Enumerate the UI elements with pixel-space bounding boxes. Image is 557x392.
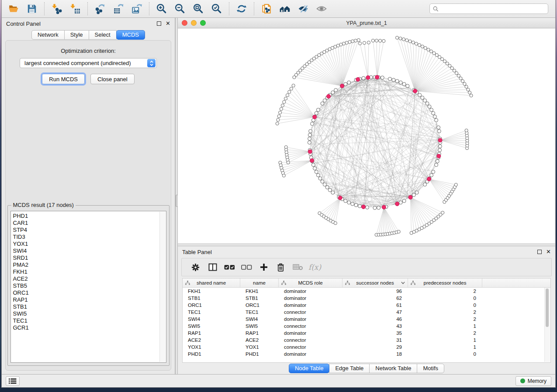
graph-node[interactable]	[435, 118, 438, 122]
graph-hub-node[interactable]	[338, 196, 342, 200]
tab-network[interactable]: Network	[31, 30, 65, 40]
table-cell[interactable]: 1	[408, 344, 482, 350]
table-cell[interactable]: SWI5	[240, 323, 279, 329]
graph-node[interactable]	[432, 111, 435, 115]
graph-node[interactable]	[399, 81, 402, 84]
zoom-fit-button[interactable]	[190, 2, 207, 16]
first-neighbors-button[interactable]	[277, 2, 293, 16]
graph-hub-node[interactable]	[366, 76, 370, 79]
column-header-shared-name[interactable]: shared name	[183, 279, 240, 287]
graph-node[interactable]	[311, 122, 314, 126]
graph-node[interactable]	[348, 41, 351, 44]
mcds-result-item[interactable]: PMA2	[13, 261, 166, 268]
graph-node[interactable]	[455, 72, 458, 75]
table-cell[interactable]: STB1	[240, 296, 279, 301]
graph-node[interactable]	[430, 108, 433, 112]
window-minimize-light[interactable]	[191, 20, 197, 26]
graph-node[interactable]	[345, 41, 348, 44]
graph-node[interactable]	[388, 77, 391, 81]
column-header-name[interactable]: name	[240, 279, 279, 287]
graph-node[interactable]	[284, 97, 287, 100]
graph-node[interactable]	[406, 84, 409, 88]
graph-node[interactable]	[421, 45, 424, 48]
graph-node[interactable]	[402, 83, 406, 86]
graph-node[interactable]	[311, 163, 315, 167]
graph-node[interactable]	[357, 38, 360, 41]
tab-style[interactable]: Style	[64, 30, 89, 40]
table-cell[interactable]: RAP1	[240, 330, 279, 336]
zoom-selected-button[interactable]	[208, 2, 225, 16]
graph-node[interactable]	[412, 41, 415, 44]
graph-node[interactable]	[438, 144, 442, 148]
table-cell[interactable]: 0	[408, 296, 482, 301]
graph-node[interactable]	[358, 204, 361, 208]
graph-node[interactable]	[331, 191, 335, 194]
graph-node[interactable]	[436, 159, 439, 163]
table-cell[interactable]: ORC1	[183, 303, 240, 308]
graph-node[interactable]	[412, 193, 415, 197]
list-scrollbar-track[interactable]	[159, 212, 166, 362]
graph-hub-node[interactable]	[382, 205, 386, 209]
graph-node[interactable]	[382, 39, 385, 42]
table-cell[interactable]: dominator	[279, 330, 343, 336]
table-cell[interactable]: ORC1	[240, 303, 279, 308]
graph-node[interactable]	[459, 77, 462, 80]
graph-node[interactable]	[453, 69, 456, 72]
table-row[interactable]: FKH1FKH1dominator962	[183, 288, 550, 295]
table-cell[interactable]: 18	[343, 351, 408, 357]
table-cell[interactable]: 35	[343, 330, 408, 336]
table-cell[interactable]: 61	[343, 303, 408, 308]
graph-node[interactable]	[427, 48, 430, 51]
table-cell[interactable]: connector	[279, 337, 343, 343]
graph-node[interactable]	[435, 163, 438, 167]
graph-node[interactable]	[281, 104, 284, 107]
graph-node[interactable]	[402, 199, 406, 203]
table-tab-network-table[interactable]: Network Table	[369, 364, 417, 373]
graph-node[interactable]	[438, 55, 441, 58]
network-canvas[interactable]	[178, 28, 555, 244]
graph-node[interactable]	[381, 76, 384, 79]
table-cell[interactable]: FKH1	[183, 289, 240, 294]
graph-hub-node[interactable]	[356, 77, 360, 81]
table-cell[interactable]: connector	[279, 344, 343, 350]
mcds-result-item[interactable]: PHD1	[13, 213, 166, 220]
table-cell[interactable]: ACE2	[240, 337, 279, 343]
table-cell[interactable]: 43	[343, 323, 408, 329]
zoom-out-button[interactable]	[172, 2, 188, 16]
new-network-from-selection-button[interactable]	[258, 2, 275, 16]
search-box[interactable]	[429, 3, 548, 14]
mcds-result-item[interactable]: SRD1	[13, 254, 166, 261]
mcds-result-item[interactable]: STP4	[13, 227, 166, 234]
graph-node[interactable]	[415, 42, 418, 45]
table-cell[interactable]: FKH1	[240, 289, 279, 294]
graph-hub-node[interactable]	[395, 202, 399, 206]
select-all-button[interactable]	[221, 260, 238, 274]
graph-node[interactable]	[432, 52, 436, 55]
graph-node[interactable]	[375, 39, 378, 42]
graph-node[interactable]	[440, 58, 443, 61]
graph-node[interactable]	[402, 38, 405, 41]
mcds-result-item[interactable]: RAP1	[13, 296, 166, 303]
graph-node[interactable]	[277, 118, 280, 121]
network-window-titlebar[interactable]: YPA_prune.txt_1	[178, 18, 555, 28]
run-mcds-button[interactable]: Run MCDS	[42, 74, 85, 84]
graph-node[interactable]	[461, 79, 464, 83]
close-panel-button[interactable]: Close panel	[90, 74, 135, 84]
apply-layout-button[interactable]	[233, 2, 250, 16]
graph-hub-node[interactable]	[340, 84, 344, 88]
graph-node[interactable]	[450, 67, 453, 70]
mcds-result-item[interactable]: TEC1	[13, 317, 166, 324]
table-cell[interactable]: 47	[343, 309, 408, 315]
graph-hub-node[interactable]	[313, 115, 317, 119]
show-column-panel-button[interactable]	[204, 260, 221, 274]
graph-node[interactable]	[292, 84, 295, 87]
graph-node[interactable]	[405, 39, 408, 42]
graph-node[interactable]	[467, 88, 470, 91]
graph-node[interactable]	[321, 180, 324, 183]
function-builder-button[interactable]: f(x)	[306, 260, 323, 274]
graph-node[interactable]	[331, 91, 335, 94]
import-table-button[interactable]	[67, 2, 83, 16]
table-cell[interactable]: 1	[408, 323, 482, 329]
table-cell[interactable]: 0	[408, 303, 482, 308]
graph-hub-node[interactable]	[310, 158, 314, 162]
